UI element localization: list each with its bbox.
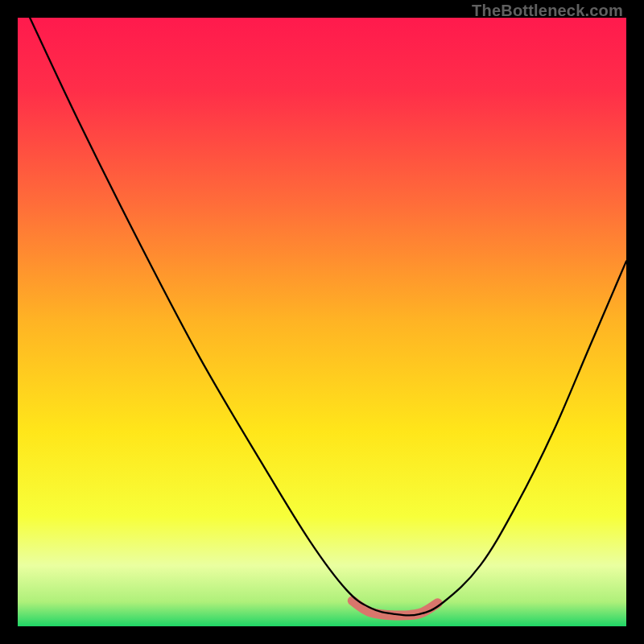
watermark-text: TheBottleneck.com xyxy=(472,2,623,20)
bottleneck-curve-line xyxy=(30,18,626,615)
chart-svg xyxy=(18,18,626,626)
outer-frame: TheBottleneck.com xyxy=(0,0,644,644)
